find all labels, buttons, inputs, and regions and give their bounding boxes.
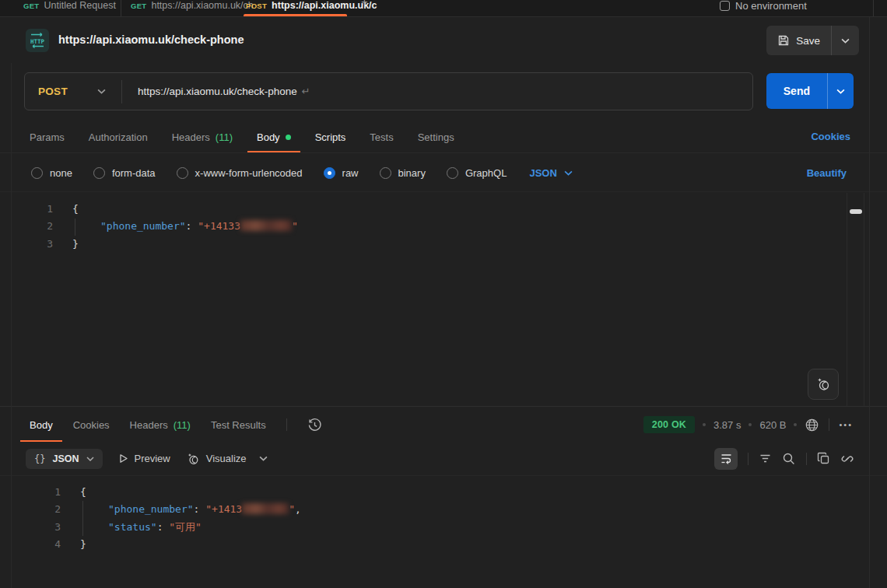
editor-line: 2 "phone_number": "+14133" [0,218,887,235]
send-button[interactable]: Send [766,73,827,109]
new-tab-button[interactable]: + [361,0,368,8]
save-options-chevron[interactable] [831,26,859,55]
tab-authorization[interactable]: Authorization [89,121,148,152]
tab-scripts[interactable]: Scripts [315,121,346,152]
cookies-link[interactable]: Cookies [811,131,850,142]
request-title: https://api.xiaomu.uk/check-phone [58,33,244,46]
tab-label: Untitled Request [44,0,115,11]
send-options-chevron[interactable] [827,73,854,109]
request-tabs: Params Authorization Headers (11) Body S… [0,121,887,153]
active-tab-underline [244,14,347,16]
save-button[interactable]: Save [766,26,831,55]
link-icon[interactable] [840,452,854,466]
search-icon[interactable] [782,452,796,466]
method-selector[interactable]: POST [25,86,121,97]
response-body-viewer[interactable]: 1 { 2 "phone_number": "+1413", 3 "status… [0,476,887,588]
body-has-content-dot [286,135,291,140]
tab-label: https://api.xiaomu.uk/ch [151,0,253,11]
postman-app: GET Untitled Request GET https://api.xia… [0,0,887,588]
tab-headers[interactable]: Headers (11) [172,121,233,152]
radio-icon [177,167,188,179]
json-value-visible: "+14133 [198,220,240,232]
left-rail-divider [11,63,12,588]
bodytype-urlencoded[interactable]: x-www-form-urlencoded [177,167,303,179]
response-tab-cookies[interactable]: Cookies [73,408,110,442]
editor-scrollbar-thumb[interactable] [850,209,862,214]
environment-selector[interactable]: No environment [720,0,807,16]
workspace-tab-2[interactable]: GET https://api.xiaomu.uk/ch [131,0,254,16]
editor-line: 1 { [0,201,887,218]
tab-divider [121,0,121,17]
tab-settings[interactable]: Settings [418,121,454,152]
response-tab-body[interactable]: Body [30,408,53,442]
response-tab-headers[interactable]: Headers (11) [130,408,191,442]
environment-icon [720,1,730,11]
json-key: "phone_number" [100,220,186,232]
environment-label: No environment [735,0,807,12]
request-header: HTTP https://api.xiaomu.uk/check-phone S… [0,18,887,63]
more-options-icon[interactable]: ••• [839,420,853,429]
response-size[interactable]: 620 B [759,419,786,431]
globe-icon[interactable] [805,418,819,432]
json-status-value: "可用" [169,521,202,533]
bodytype-raw-selected[interactable]: raw [324,167,359,179]
tab-tests[interactable]: Tests [370,121,393,152]
response-toolbar-right [714,448,854,470]
format-chevron-icon [86,457,94,461]
toolbar-divider [748,453,749,465]
radio-selected-icon [324,167,335,179]
preview-button[interactable]: Preview [118,453,170,464]
tab-body[interactable]: Body [257,121,291,152]
bodytype-form-data[interactable]: form-data [93,167,156,179]
editor-right-edge [864,193,864,406]
wrap-text-icon[interactable] [714,448,738,470]
url-input[interactable]: https://api.xiaomu.uk/check-phone [122,86,297,97]
tab-method-badge: POST [246,2,267,10]
body-tab-underline [247,151,300,152]
response-format-selector[interactable]: {} JSON [26,449,103,469]
visualize-chevron-icon[interactable] [259,456,268,461]
beautify-link[interactable]: Beautify [807,167,847,179]
copy-icon[interactable] [817,452,830,465]
braces-icon: {} [34,453,45,464]
status-badge[interactable]: 200 OK [643,416,695,433]
viewer-line: 1 { [0,484,887,501]
response-tabs-divider [286,418,287,431]
visualize-button[interactable]: Visualize [186,452,247,466]
radio-icon [93,167,105,179]
viewer-line: 3 "status": "可用" [0,519,887,536]
url-row: POST https://api.xiaomu.uk/check-phone ↵… [0,63,887,114]
tab-method-badge: GET [131,2,146,10]
send-split-button: Send [766,73,854,109]
tab-params[interactable]: Params [30,121,65,152]
radio-icon [447,167,458,179]
filter-icon[interactable] [759,452,772,465]
method-label: POST [38,86,68,97]
redacted-phone-number [240,220,292,231]
response-tab-test-results[interactable]: Test Results [211,408,266,442]
response-tabs: Body Cookies Headers (11) Test Results 2… [0,408,887,442]
headers-count: (11) [216,131,233,143]
redacted-phone-number [242,503,289,514]
json-key: "phone_number" [108,503,194,515]
workspace-tab-1[interactable]: GET Untitled Request [23,0,116,16]
url-return-symbol: ↵ [297,86,310,97]
postbot-button[interactable] [808,369,839,400]
editor-line: 3 } [0,236,887,253]
viewer-line: 2 "phone_number": "+1413", [0,501,887,518]
meta-separator-dot [703,423,706,426]
url-box: POST https://api.xiaomu.uk/check-phone ↵ [24,72,753,110]
request-body-editor[interactable]: 1 { 2 "phone_number": "+14133" 3 } [0,193,887,407]
body-type-row: none form-data x-www-form-urlencoded raw… [0,154,887,192]
bodytype-binary[interactable]: binary [380,167,426,179]
language-selector[interactable]: JSON [529,167,572,179]
editor-scroll-track [847,193,847,406]
meta-separator-dot [749,423,752,426]
response-toolbar: {} JSON Preview Visualize [0,442,887,476]
history-icon[interactable] [307,418,322,432]
bodytype-graphql[interactable]: GraphQL [447,167,507,179]
indent-guide [82,501,83,536]
response-time[interactable]: 3.87 s [713,419,741,431]
response-headers-count: (11) [174,419,191,431]
bodytype-none[interactable]: none [31,167,72,179]
